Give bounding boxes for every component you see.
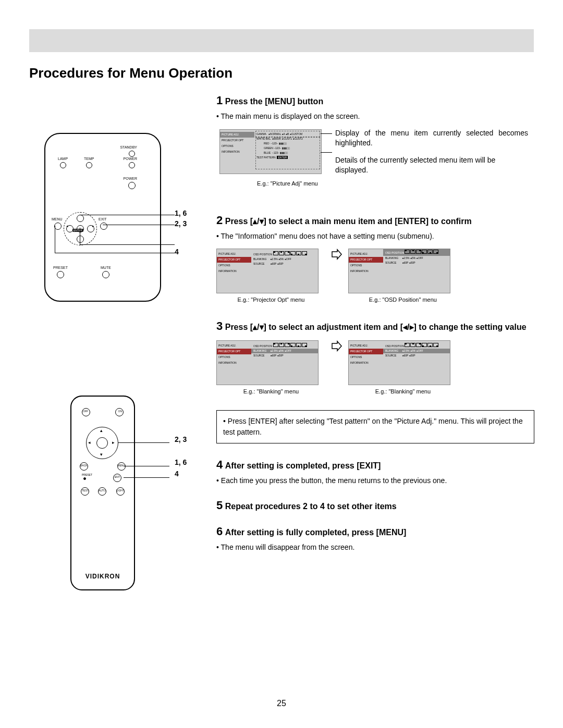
arrow-right-icon: [331, 340, 342, 354]
step-3: 3 Press [▴/▾] to select an adjustment it…: [216, 319, 534, 394]
label-standby: STANDBY: [120, 145, 137, 149]
remote-control: OFF ON ▴ ▾ ◂ ▸ BACK MENU PRESET ENT TEST…: [70, 396, 135, 590]
down-button[interactable]: [77, 236, 84, 243]
annot-4: 4: [175, 248, 179, 256]
step-5: 5 Repeat procedures 2 to 4 to set other …: [216, 499, 534, 512]
remote-logo: VIDIKRON: [71, 573, 134, 580]
remote-down-icon[interactable]: ▾: [100, 452, 103, 457]
label-power-led: POWER: [124, 157, 137, 161]
menu-button[interactable]: [54, 223, 62, 230]
label-exit: EXIT: [99, 217, 107, 221]
step-1: 1 Press the [MENU] button The main menu …: [216, 94, 534, 197]
power-led: [129, 162, 135, 168]
remote-up-icon[interactable]: ▴: [100, 428, 103, 433]
standby-led: [129, 151, 135, 157]
temp-led: [86, 162, 92, 168]
mute-button[interactable]: [102, 271, 109, 278]
label-mute: MUTE: [101, 266, 111, 269]
up-button[interactable]: [77, 215, 84, 222]
osd-blanking-a: PICTURE ADJ. PROJECTOR OPT OPTIONS INFOR…: [216, 340, 319, 385]
label-temp: TEMP: [84, 157, 94, 161]
arrow-right-icon: [331, 249, 342, 262]
projector-top-panel: STANDBY LAMP TEMP POWER POWER MENU EXIT …: [44, 133, 161, 302]
remote-enter[interactable]: [96, 437, 108, 449]
osd-projector-opt: PICTURE ADJ. PROJECTOR OPT OPTIONS INFOR…: [216, 249, 319, 293]
label-power-btn: POWER: [124, 177, 137, 180]
page-number: 25: [0, 699, 563, 708]
step-4: 4 After setting is completed, press [EXI…: [216, 458, 534, 486]
preset-button[interactable]: [57, 271, 64, 278]
caption-picture-adj: E.g.: "Picture Adj" menu: [257, 180, 318, 187]
page-title: Procedures for Menu Operation: [29, 65, 232, 81]
note-box: Press [ENTER] after selecting "Test patt…: [216, 410, 534, 443]
remote-annot-c: 4: [175, 470, 179, 478]
remote-annot-a: 2, 3: [175, 435, 187, 443]
annot-2-3: 2, 3: [175, 219, 187, 228]
label-lamp: LAMP: [58, 157, 68, 161]
callout-highlight: Display of the menu item currently selec…: [335, 128, 528, 149]
label-menu: MENU: [52, 217, 63, 221]
annot-1-6: 1, 6: [175, 209, 187, 217]
callout-details: Details of the currently selected menu i…: [335, 155, 528, 176]
step-2: 2 Press [▴/▾] to select a main menu item…: [216, 214, 534, 303]
remote-left-icon[interactable]: ◂: [88, 440, 91, 445]
power-button[interactable]: [128, 182, 136, 189]
label-enter: ENTER: [72, 229, 83, 232]
remote-right-icon[interactable]: ▸: [112, 440, 115, 445]
osd-blanking-b: PICTURE ADJ. PROJECTOR OPT OPTIONS INFOR…: [348, 340, 450, 385]
remote-annot-b: 1, 6: [175, 458, 187, 466]
osd-osd-position: PICTURE ADJ. PROJECTOR OPT OPTIONS INFOR…: [348, 249, 450, 293]
label-preset: PRESET: [53, 266, 68, 269]
header-band: [29, 29, 534, 52]
osd-picture-adj: PICTURE ADJ. PROJECTOR OPT OPTIONS INFOR…: [219, 129, 322, 174]
step-6: 6 After setting is fully completed, pres…: [216, 525, 534, 553]
lamp-led: [60, 162, 66, 168]
exit-button[interactable]: [100, 223, 107, 230]
